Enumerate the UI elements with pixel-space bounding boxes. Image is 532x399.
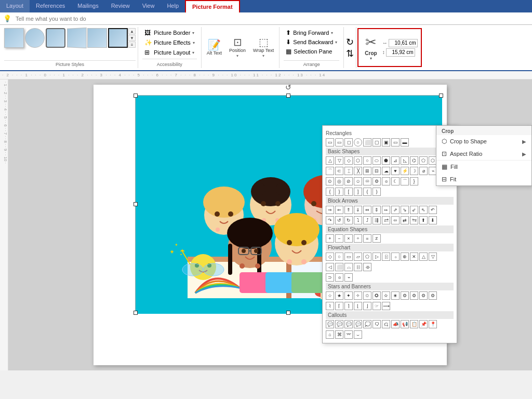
shape-flow-16[interactable]: ⌸ <box>354 263 362 271</box>
picture-border-btn[interactable]: 🖼 Picture Border ▾ <box>142 28 197 37</box>
aspect-ratio-item[interactable]: ⊡ Aspect Ratio ▶ <box>436 148 531 160</box>
shape-basic-33[interactable]: ⌒ <box>401 177 409 185</box>
shape-callout-12[interactable]: 📍 <box>429 320 437 328</box>
handle-mid-left[interactable] <box>134 202 138 206</box>
shape-basic-1[interactable]: △ <box>326 156 334 165</box>
shape-basic-21[interactable]: ⚡ <box>401 167 409 175</box>
shape-arrow-6[interactable]: ⇕ <box>373 206 381 214</box>
bring-forward-btn[interactable]: ⬆ Bring Forward ▾ <box>284 28 339 37</box>
shape-star-8[interactable]: ✬ <box>391 291 400 300</box>
shape-eq-3[interactable]: × <box>344 234 353 243</box>
handle-bottom-left[interactable] <box>134 311 138 315</box>
shape-flow-6[interactable]: ▷ <box>373 252 381 261</box>
shape-flow-9[interactable]: ⊕ <box>401 252 409 261</box>
shape-star-10[interactable]: ⚙ <box>410 291 418 300</box>
shape-rect-9[interactable]: ▬ <box>401 138 409 147</box>
shape-basic-29[interactable]: ♾ <box>363 177 371 185</box>
shape-arrow-10[interactable]: ⇙ <box>410 206 418 214</box>
wrap-text-btn[interactable]: ⬚ Wrap Text ▾ <box>250 28 277 67</box>
shape-basic-13[interactable]: ⌒ <box>326 167 334 175</box>
shape-basic-3[interactable]: ◇ <box>344 156 353 165</box>
shape-basic-18[interactable]: ⊟ <box>373 167 381 175</box>
shape-callout-15[interactable]: ⌤ <box>344 330 353 339</box>
shape-callout-11[interactable]: 📌 <box>419 320 428 328</box>
shape-basic-40[interactable]: ) <box>373 188 381 196</box>
shape-arrow-14[interactable]: ↺ <box>335 216 343 224</box>
styles-scroll-up[interactable]: ▲ <box>128 28 136 34</box>
shape-callout-7[interactable]: 🗯 <box>382 320 390 328</box>
shape-arrow-3[interactable]: ⇑ <box>344 206 353 214</box>
crop-to-shape-item[interactable]: ⬡ Crop to Shape ▶ <box>436 135 531 148</box>
shape-basic-31[interactable]: ⌾ <box>382 177 390 185</box>
shape-rect-7[interactable]: ▣ <box>382 138 390 147</box>
alt-text-btn[interactable]: 📝 Alt Text <box>204 28 225 67</box>
shape-basic-4[interactable]: ⬡ <box>354 156 362 165</box>
selection-pane-btn[interactable]: ▦ Selection Pane <box>284 47 339 56</box>
style-thumb-2[interactable] <box>25 28 45 48</box>
shape-banner-2[interactable]: ⌈ <box>335 302 343 310</box>
picture-layout-btn[interactable]: ⊞ Picture Layout ▾ <box>142 48 197 57</box>
shape-callout-16[interactable]: ⌣ <box>354 330 362 339</box>
shape-arrow-15[interactable]: ↻ <box>344 216 353 224</box>
shape-flow-8[interactable]: ⬦ <box>391 252 400 261</box>
shape-arrow-12[interactable]: ↶ <box>429 206 437 214</box>
shape-flow-13[interactable]: ◁ <box>326 263 334 271</box>
shape-rect-1[interactable]: ▭ <box>326 138 334 147</box>
shape-callout-4[interactable]: 💬 <box>354 320 362 328</box>
shape-star-5[interactable]: ✩ <box>363 291 371 300</box>
shape-basic-14[interactable]: ⊂ <box>335 167 343 175</box>
shape-callout-6[interactable]: 🗨 <box>373 320 381 328</box>
shape-star-12[interactable]: ⚙ <box>429 291 437 300</box>
fill-item[interactable]: ▦ Fill <box>436 161 531 173</box>
shape-star-6[interactable]: ✪ <box>373 291 381 300</box>
shape-eq-4[interactable]: ÷ <box>354 234 362 243</box>
shape-arrow-16[interactable]: ⤵ <box>354 216 362 224</box>
shape-banner-7[interactable]: ⟿ <box>382 302 390 310</box>
tab-view[interactable]: View <box>136 0 161 12</box>
shape-flow-1[interactable]: ◇ <box>326 252 334 261</box>
height-input[interactable] <box>386 48 415 57</box>
shape-banner-3[interactable]: ⌉ <box>344 302 353 310</box>
style-thumb-3[interactable] <box>46 28 65 48</box>
style-thumb-1[interactable] <box>4 28 24 48</box>
shape-basic-6[interactable]: ⬭ <box>373 156 381 165</box>
shape-basic-26[interactable]: ◎ <box>335 177 343 185</box>
shape-eq-1[interactable]: + <box>326 234 334 243</box>
shape-flow-12[interactable]: ▽ <box>429 252 437 261</box>
shape-basic-8[interactable]: ⊿ <box>391 156 400 165</box>
shape-flow-11[interactable]: △ <box>419 252 428 261</box>
shape-flow-15[interactable]: ⌓ <box>344 263 353 271</box>
shape-basic-20[interactable]: ♥ <box>391 167 400 175</box>
shape-flow-2[interactable]: ○ <box>335 252 343 261</box>
shape-flow-19[interactable]: ⌾ <box>335 273 343 282</box>
style-thumb-active[interactable] <box>108 28 128 48</box>
shape-callout-13[interactable]: ⌂ <box>326 330 334 339</box>
shape-flow-3[interactable]: ▭ <box>344 252 353 261</box>
shape-basic-38[interactable]: ] <box>354 188 362 196</box>
shape-banner-1[interactable]: ⌇ <box>326 302 334 310</box>
shape-arrow-24[interactable]: ⬇ <box>429 216 437 224</box>
shape-star-1[interactable]: ☆ <box>326 291 334 300</box>
tell-me-input[interactable] <box>16 16 529 22</box>
shape-flow-14[interactable]: ⬜ <box>335 263 343 271</box>
style-thumb-4[interactable] <box>67 28 87 48</box>
tab-picture-format[interactable]: Picture Format <box>185 0 240 12</box>
shape-callout-9[interactable]: 📢 <box>401 320 409 328</box>
shape-arrow-1[interactable]: ⇒ <box>326 206 334 214</box>
crop-main-btn[interactable]: ✂ Crop ▾ <box>362 30 380 65</box>
tab-help[interactable]: Help <box>161 0 185 12</box>
shape-basic-9[interactable]: ◺ <box>401 156 409 165</box>
shape-arrow-22[interactable]: ⮀ <box>410 216 418 224</box>
shape-arrow-7[interactable]: ⬰ <box>382 206 390 214</box>
shape-arrow-17[interactable]: ⤴ <box>363 216 371 224</box>
shape-callout-5[interactable]: 💭 <box>363 320 371 328</box>
shape-rect-5[interactable]: ⬜ <box>363 138 371 147</box>
handle-top-left[interactable] <box>134 94 138 98</box>
shape-arrow-19[interactable]: ⮂ <box>382 216 390 224</box>
width-input[interactable] <box>389 39 418 47</box>
shape-basic-34[interactable]: } <box>410 177 418 185</box>
shape-arrow-11[interactable]: ⇖ <box>419 206 428 214</box>
shape-basic-10[interactable]: ⌬ <box>410 156 418 165</box>
tab-review[interactable]: Review <box>105 0 136 12</box>
shape-arrow-18[interactable]: ⇶ <box>373 216 381 224</box>
